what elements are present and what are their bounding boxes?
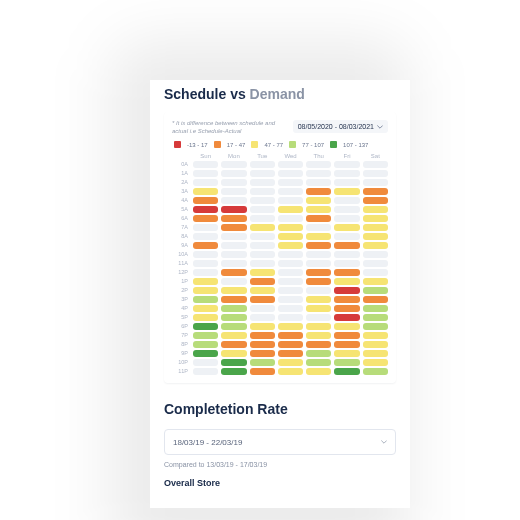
heatmap-cell [221, 233, 246, 240]
heatmap-cell [278, 170, 303, 177]
heatmap-cell [334, 179, 359, 186]
heatmap-cell [250, 368, 275, 375]
heatmap-cell [306, 296, 331, 303]
heatmap-row-label: 3A [172, 188, 190, 195]
heatmap-cell [363, 251, 388, 258]
heatmap-cell [221, 206, 246, 213]
heatmap-cell [193, 368, 218, 375]
heatmap-cell [278, 233, 303, 240]
heatmap-cell [334, 296, 359, 303]
heatmap-cell [278, 242, 303, 249]
heatmap-cell [278, 161, 303, 168]
heatmap-row-label: 2P [172, 287, 190, 294]
heatmap-cell [278, 179, 303, 186]
schedule-vs-demand-title: Schedule vs Demand [150, 80, 410, 104]
heatmap-cell [193, 359, 218, 366]
heatmap-cell [334, 332, 359, 339]
heatmap-cell [306, 305, 331, 312]
heatmap-cell [221, 305, 246, 312]
heatmap-cell [334, 161, 359, 168]
heatmap-col-header: Wed [278, 153, 303, 159]
heatmap-cell [363, 368, 388, 375]
heatmap-cell [363, 179, 388, 186]
heatmap-cell [334, 350, 359, 357]
heatmap-grid: SunMonTueWedThuFriSat0A1A2A3A4A5A6A7A8A9… [170, 153, 390, 375]
heatmap-cell [363, 170, 388, 177]
heatmap-cell [334, 242, 359, 249]
heatmap-row-label: 3P [172, 296, 190, 303]
heatmap-cell [221, 368, 246, 375]
heatmap-cell [278, 368, 303, 375]
heatmap-cell [221, 359, 246, 366]
heatmap-cell [193, 314, 218, 321]
heatmap-col-header: Sat [363, 153, 388, 159]
heatmap-cell [221, 215, 246, 222]
date-range-picker[interactable]: 08/05/2020 - 08/03/2021 [293, 120, 388, 133]
heatmap-cell [363, 341, 388, 348]
heatmap-cell [334, 287, 359, 294]
panel-header: * It is difference between schedule and … [170, 118, 390, 139]
heatmap-cell [278, 332, 303, 339]
legend-swatch-5 [330, 141, 337, 148]
heatmap-cell [250, 179, 275, 186]
heatmap-cell [306, 341, 331, 348]
heatmap-cell [278, 224, 303, 231]
heatmap-cell [363, 197, 388, 204]
heatmap-cell [250, 332, 275, 339]
heatmap-cell [193, 305, 218, 312]
heatmap-col-header: Fri [334, 153, 359, 159]
heatmap-cell [334, 197, 359, 204]
heatmap-cell [193, 287, 218, 294]
heatmap-cell [221, 278, 246, 285]
heatmap-cell [250, 314, 275, 321]
heatmap-note: * It is difference between schedule and … [172, 120, 289, 135]
heatmap-cell [250, 206, 275, 213]
heatmap-cell [193, 278, 218, 285]
legend-label-4: 77 - 107 [302, 142, 324, 148]
heatmap-cell [250, 260, 275, 267]
heatmap-cell [306, 215, 331, 222]
heatmap-cell [250, 341, 275, 348]
heatmap-cell [334, 215, 359, 222]
heatmap-cell [334, 341, 359, 348]
heatmap-cell [306, 278, 331, 285]
legend-swatch-3 [251, 141, 258, 148]
legend-swatch-4 [289, 141, 296, 148]
heatmap-cell [221, 296, 246, 303]
heatmap-cell [334, 323, 359, 330]
heatmap-cell [250, 305, 275, 312]
heatmap-cell [334, 269, 359, 276]
heatmap-cell [363, 278, 388, 285]
heatmap-cell [221, 161, 246, 168]
heatmap-cell [193, 161, 218, 168]
chevron-down-icon [381, 439, 387, 445]
completion-date-dropdown[interactable]: 18/03/19 - 22/03/19 [164, 429, 396, 455]
heatmap-cell [334, 278, 359, 285]
heatmap-cell [278, 197, 303, 204]
heatmap-cell [193, 206, 218, 213]
heatmap-cell [193, 215, 218, 222]
heatmap-cell [306, 251, 331, 258]
heatmap-col-header: Tue [250, 153, 275, 159]
heatmap-col-header: Mon [221, 153, 246, 159]
heatmap-cell [306, 287, 331, 294]
heatmap-row-label: 11P [172, 368, 190, 375]
heatmap-cell [306, 206, 331, 213]
heatmap-cell [221, 323, 246, 330]
heatmap-legend: -13 - 17 17 - 47 47 - 77 77 - 107 107 - … [170, 139, 390, 153]
date-range-value: 08/05/2020 - 08/03/2021 [298, 123, 374, 130]
heatmap-cell [363, 305, 388, 312]
dashboard-card: Schedule vs Demand * It is difference be… [150, 80, 410, 508]
heatmap-cell [306, 161, 331, 168]
heatmap-cell [250, 197, 275, 204]
compared-to-text: Compared to 13/03/19 - 17/03/19 [150, 455, 410, 468]
heatmap-cell [334, 233, 359, 240]
heatmap-cell [250, 323, 275, 330]
heatmap-cell [221, 188, 246, 195]
heatmap-cell [334, 170, 359, 177]
heatmap-cell [306, 233, 331, 240]
heatmap-cell [193, 323, 218, 330]
heatmap-cell [278, 314, 303, 321]
heatmap-cell [363, 224, 388, 231]
heatmap-row-label: 10A [172, 251, 190, 258]
